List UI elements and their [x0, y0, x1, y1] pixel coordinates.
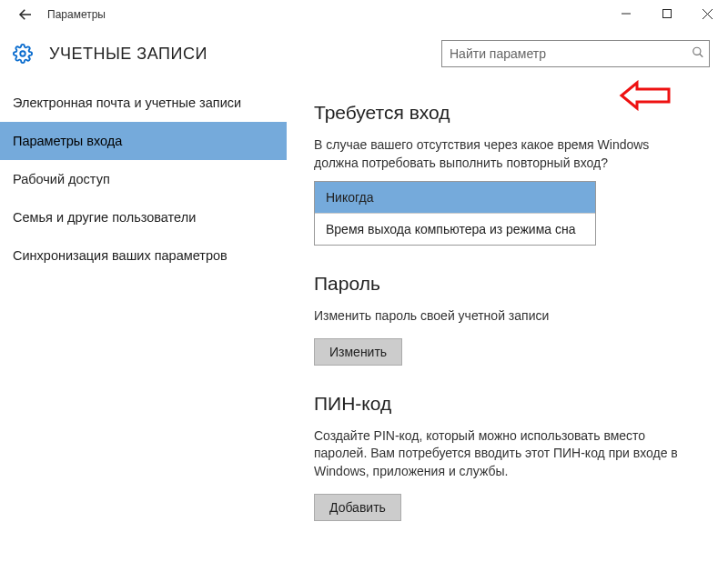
content-area: Требуется вход В случае вашего отсутстви… [287, 84, 728, 572]
add-pin-button[interactable]: Добавить [314, 494, 401, 521]
sidebar-item-email-accounts[interactable]: Электронная почта и учетные записи [0, 84, 287, 122]
window-controls [605, 0, 728, 27]
sidebar-item-sync-settings[interactable]: Синхронизация ваших параметров [0, 236, 287, 275]
pin-description: Создайте PIN-код, который можно использо… [314, 427, 678, 481]
button-label: Изменить [329, 345, 387, 359]
dropdown-option-label: Никогда [326, 190, 373, 205]
sidebar-item-work-access[interactable]: Рабочий доступ [0, 160, 287, 198]
sidebar-item-label: Электронная почта и учетные записи [13, 95, 241, 110]
signin-required-description: В случае вашего отсутствия через какое в… [314, 136, 678, 172]
dropdown-option-never[interactable]: Никогда [315, 182, 595, 214]
sidebar-item-label: Параметры входа [13, 134, 122, 148]
svg-line-6 [700, 54, 703, 57]
sidebar-item-signin-options[interactable]: Параметры входа [0, 122, 287, 160]
search-container [441, 40, 710, 67]
password-description: Изменить пароль своей учетной записи [314, 307, 678, 326]
search-icon [692, 46, 704, 62]
search-input[interactable] [441, 40, 710, 67]
window-title: Параметры [44, 8, 106, 21]
svg-point-5 [693, 47, 701, 55]
sidebar-item-label: Синхронизация ваших параметров [13, 248, 228, 263]
sidebar: Электронная почта и учетные записи Парам… [0, 84, 287, 572]
minimize-button[interactable] [605, 0, 646, 27]
svg-rect-1 [662, 10, 671, 18]
change-password-button[interactable]: Изменить [314, 338, 402, 366]
dropdown-option-label: Время выхода компьютера из режима сна [326, 222, 575, 236]
dropdown-option-sleep[interactable]: Время выхода компьютера из режима сна [315, 214, 595, 245]
maximize-button[interactable] [646, 0, 687, 27]
pin-section: ПИН-код Создайте PIN-код, который можно … [314, 393, 701, 521]
button-label: Добавить [329, 500, 386, 515]
password-heading: Пароль [314, 273, 701, 295]
sidebar-item-family-users[interactable]: Семья и другие пользователи [0, 198, 287, 236]
back-button[interactable] [7, 0, 44, 29]
password-section: Пароль Изменить пароль своей учетной зап… [314, 273, 701, 366]
gear-icon [13, 44, 33, 64]
signin-required-dropdown[interactable]: Никогда Время выхода компьютера из режим… [314, 181, 596, 246]
pin-heading: ПИН-код [314, 393, 701, 415]
page-title: УЧЕТНЫЕ ЗАПИСИ [49, 45, 207, 64]
svg-point-4 [20, 51, 25, 56]
close-button[interactable] [687, 0, 728, 27]
sidebar-item-label: Рабочий доступ [13, 172, 110, 186]
sidebar-item-label: Семья и другие пользователи [13, 210, 196, 225]
annotation-arrow-icon [619, 80, 673, 114]
signin-required-section: Требуется вход В случае вашего отсутстви… [314, 102, 701, 246]
header: УЧЕТНЫЕ ЗАПИСИ [0, 29, 728, 84]
